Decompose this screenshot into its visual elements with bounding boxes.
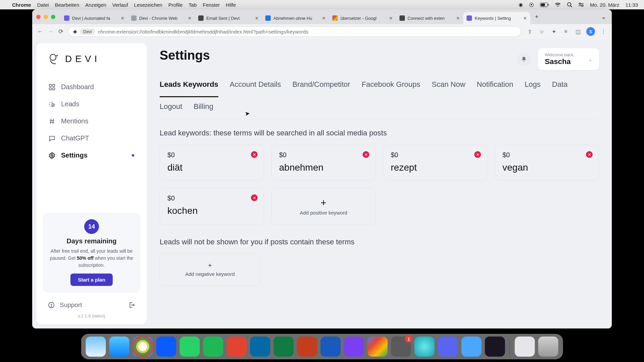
- menubar-date[interactable]: Mo. 20. März: [590, 2, 620, 8]
- browser-tab[interactable]: Devi - Chrome Web✕: [128, 12, 195, 24]
- brand-logo[interactable]: DEVI: [36, 52, 147, 74]
- sidebar-item-mentions[interactable]: Mentions: [43, 113, 140, 130]
- sidebar-support[interactable]: Support: [36, 297, 147, 313]
- back-button[interactable]: ←: [37, 28, 43, 35]
- dock-imovie-icon[interactable]: [344, 337, 364, 357]
- dock-finder-icon[interactable]: [86, 337, 106, 357]
- tab-brand-competitor[interactable]: Brand/Competitor: [292, 80, 350, 92]
- extensions-icon[interactable]: ✦: [550, 28, 557, 35]
- dock-app-icon[interactable]: [415, 337, 435, 357]
- close-tab-icon[interactable]: ✕: [389, 16, 393, 21]
- dock-excel-icon[interactable]: [274, 337, 294, 357]
- menu-tab[interactable]: Tab: [189, 2, 197, 8]
- user-menu[interactable]: Welcome back, Sascha ⌄: [538, 48, 599, 70]
- menu-bearbeiten[interactable]: Bearbeiten: [55, 2, 79, 8]
- tab-facebook-groups[interactable]: Facebook Groups: [362, 80, 420, 92]
- menu-verlauf[interactable]: Verlauf: [112, 2, 128, 8]
- close-tab-icon[interactable]: ✕: [188, 16, 192, 21]
- sidebar-item-leads[interactable]: Leads: [43, 96, 140, 113]
- address-bar[interactable]: ◆ Devi chrome-extension://obofmdbkmindkb…: [68, 26, 521, 37]
- dock-zoom-icon[interactable]: [156, 337, 176, 357]
- sidebar-item-dashboard[interactable]: Dashboard: [43, 78, 140, 96]
- wifi-icon[interactable]: [555, 2, 561, 7]
- record-icon[interactable]: ◉: [519, 2, 523, 8]
- dock-quicktime-icon[interactable]: [462, 337, 482, 357]
- add-positive-keyword-button[interactable]: + Add positive keyword: [271, 188, 376, 225]
- dock-discord-icon[interactable]: [438, 337, 458, 357]
- browser-tab[interactable]: Devi | Automated fa✕: [61, 12, 128, 24]
- reload-button[interactable]: ⟳: [58, 28, 63, 35]
- profile-avatar[interactable]: S: [586, 27, 595, 36]
- playback-icon[interactable]: ⦿: [529, 2, 534, 8]
- dock-spotify-icon[interactable]: [203, 337, 223, 357]
- notifications-button[interactable]: [517, 53, 531, 66]
- dock-preview-icon[interactable]: [515, 337, 535, 357]
- menu-fenster[interactable]: Fenster: [203, 2, 220, 8]
- menu-anzeigen[interactable]: Anzeigen: [85, 2, 106, 8]
- share-icon[interactable]: ⇪: [526, 28, 533, 35]
- dock-word-icon[interactable]: [321, 337, 341, 357]
- dock-chrome-icon[interactable]: [133, 337, 153, 357]
- tab-data[interactable]: Data: [552, 80, 568, 92]
- menubar-time[interactable]: 11:33: [625, 2, 638, 8]
- battery-icon[interactable]: [540, 3, 549, 7]
- dock-powerpoint-icon[interactable]: [297, 337, 317, 357]
- close-tab-icon[interactable]: ✕: [121, 16, 124, 21]
- control-center-icon[interactable]: [578, 2, 584, 7]
- menu-profile[interactable]: Profile: [168, 2, 183, 8]
- window-close-button[interactable]: [36, 15, 41, 19]
- browser-tab[interactable]: Abnehmen ohne Hu✕: [262, 12, 329, 24]
- window-maximize-button[interactable]: [51, 15, 55, 19]
- window-minimize-button[interactable]: [44, 15, 48, 19]
- search-icon[interactable]: [567, 2, 572, 7]
- close-tab-icon[interactable]: ✕: [523, 16, 527, 21]
- sidebar-item-chatgpt[interactable]: ChatGPT: [43, 130, 140, 147]
- tab-logout[interactable]: Logout: [160, 102, 182, 114]
- dock-whatsapp-icon[interactable]: [180, 337, 200, 357]
- delete-keyword-button[interactable]: ✕: [251, 194, 258, 201]
- tab-logs[interactable]: Logs: [525, 80, 541, 92]
- add-negative-keyword-button[interactable]: + Add negative keyword: [160, 253, 260, 286]
- bookmark-icon[interactable]: ☆: [538, 28, 545, 35]
- dock-todoist-icon[interactable]: [227, 337, 247, 357]
- menu-lesezeichen[interactable]: Lesezeichen: [134, 2, 162, 8]
- browser-tab[interactable]: übersetzer - Googl✕: [329, 12, 396, 24]
- delete-keyword-button[interactable]: ✕: [251, 151, 258, 158]
- dock-google-drive-icon[interactable]: [368, 337, 388, 357]
- tab-notification[interactable]: Notification: [477, 80, 513, 92]
- page-viewport: DEVI Dashboard Leads Mentions ChatGPT: [32, 39, 612, 328]
- dock-system-settings-icon[interactable]: 1: [391, 337, 411, 357]
- menu-hilfe[interactable]: Hilfe: [226, 2, 236, 8]
- dock-voice-memos-icon[interactable]: [485, 337, 505, 357]
- logout-icon[interactable]: [128, 301, 136, 309]
- delete-keyword-button[interactable]: ✕: [586, 151, 593, 158]
- reading-list-icon[interactable]: ≡: [562, 28, 570, 35]
- dock-safari-icon[interactable]: [109, 337, 129, 357]
- chrome-menu-icon[interactable]: ⋮: [600, 28, 607, 35]
- tab-account-details[interactable]: Account Details: [230, 80, 281, 92]
- delete-keyword-button[interactable]: ✕: [474, 151, 481, 158]
- forward-button[interactable]: →: [48, 28, 54, 35]
- dock-trello-icon[interactable]: [250, 337, 270, 357]
- close-tab-icon[interactable]: ✕: [456, 16, 460, 21]
- browser-tab-active[interactable]: Keywords | Setting✕: [463, 12, 530, 24]
- close-tab-icon[interactable]: ✕: [322, 16, 326, 21]
- new-tab-button[interactable]: +: [532, 13, 542, 20]
- side-panel-icon[interactable]: ◫: [574, 28, 582, 35]
- tab-scan-now[interactable]: Scan Now: [432, 80, 465, 92]
- menu-datei[interactable]: Datei: [37, 2, 49, 8]
- start-plan-button[interactable]: Start a plan: [70, 274, 113, 286]
- tab-leads-keywords[interactable]: Leads Keywords: [160, 80, 218, 97]
- menubar-app-name[interactable]: Chrome: [12, 2, 31, 8]
- close-tab-icon[interactable]: ✕: [255, 16, 259, 21]
- dock-trash-icon[interactable]: [538, 337, 558, 357]
- tabs-dropdown-icon[interactable]: ⌄: [599, 14, 608, 20]
- browser-tab[interactable]: Connect with exten✕: [396, 12, 463, 24]
- tab-billing[interactable]: Billing: [194, 102, 213, 114]
- site-badge[interactable]: Devi: [80, 28, 95, 35]
- hash-icon: [48, 118, 56, 125]
- browser-tab[interactable]: Email Sent | Devi✕: [195, 12, 262, 24]
- delete-keyword-button[interactable]: ✕: [363, 151, 369, 158]
- url-text: chrome-extension://obofmdbkmindkbmdjkfdm…: [98, 29, 308, 35]
- sidebar-item-settings[interactable]: Settings: [43, 147, 140, 164]
